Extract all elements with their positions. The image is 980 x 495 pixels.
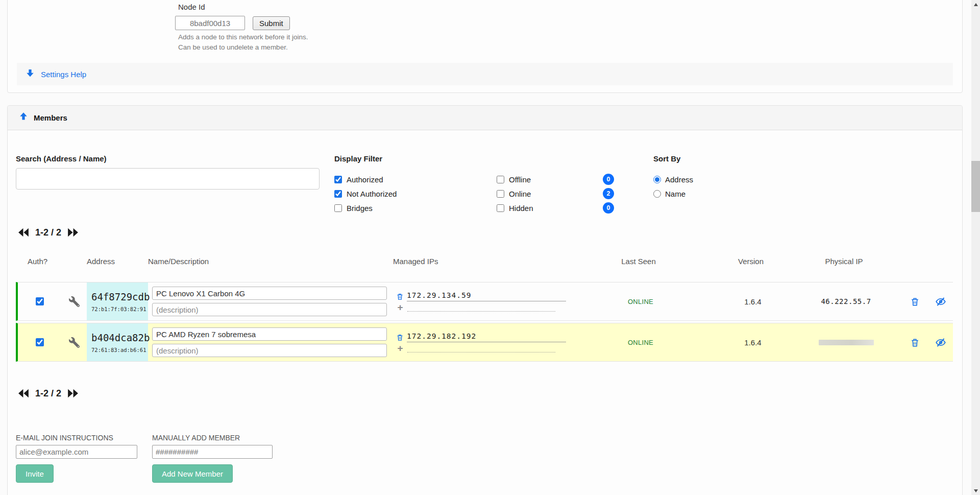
scrollbar-thumb[interactable]: [971, 161, 980, 212]
filter-not-authorized: Not Authorized: [334, 188, 397, 199]
members-title: Members: [34, 113, 67, 122]
member-address-cell[interactable]: b404dca82b 72:61:83:ad:b6:61: [87, 323, 148, 361]
sort-name-radio[interactable]: [653, 190, 661, 198]
member-description-input[interactable]: [152, 344, 387, 357]
member-name-input[interactable]: [152, 327, 387, 341]
last-seen-status: ONLINE: [567, 282, 715, 320]
bridges-checkbox[interactable]: [334, 204, 342, 212]
search-input[interactable]: [16, 168, 320, 190]
online-label: Online: [509, 190, 531, 198]
member-version: 1.6.4: [715, 323, 791, 361]
node-id-help-line2: Can be used to undelete a member.: [178, 43, 288, 51]
bridges-label: Bridges: [347, 204, 373, 213]
not-authorized-checkbox[interactable]: [334, 190, 342, 198]
online-checkbox[interactable]: [497, 190, 504, 198]
hidden-checkbox[interactable]: [497, 204, 504, 212]
col-managed-ips: Managed IPs: [391, 257, 565, 266]
email-join-label: E-MAIL JOIN INSTRUCTIONS: [16, 434, 113, 442]
col-name-description: Name/Description: [146, 257, 391, 266]
settings-help-toggle[interactable]: Settings Help: [17, 63, 953, 85]
new-ip-input[interactable]: [407, 345, 555, 352]
delete-member-icon[interactable]: [910, 337, 920, 348]
sort-address: Address: [653, 174, 693, 184]
filter-online: Online: [497, 188, 531, 199]
member-address: b404dca82b: [91, 332, 150, 343]
arrow-up-icon: [19, 112, 28, 124]
search-label: Search (Address / Name): [16, 154, 107, 163]
member-version: 1.6.4: [715, 282, 791, 320]
sort-name-label: Name: [665, 190, 685, 198]
add-ip-icon[interactable]: +: [396, 344, 404, 352]
member-mac: 72:61:83:ad:b6:61: [91, 347, 146, 353]
members-card: Members Search (Address / Name) Display …: [7, 105, 963, 495]
filter-hidden: Hidden: [497, 202, 533, 214]
arrow-down-icon: [26, 68, 35, 80]
display-filter-label: Display Filter: [334, 154, 382, 163]
scrollbar: [971, 0, 980, 495]
col-version: Version: [713, 257, 789, 266]
auth-checkbox[interactable]: [36, 297, 44, 305]
submit-button[interactable]: Submit: [253, 16, 290, 30]
page-forward-icon[interactable]: [66, 227, 79, 238]
col-auth: Auth?: [16, 257, 59, 266]
member-address-cell[interactable]: 64f8729cdb 72:b1:7f:03:82:91: [87, 282, 148, 320]
manual-add-input[interactable]: [152, 445, 273, 459]
delete-member-icon[interactable]: [910, 296, 920, 307]
scroll-up-icon[interactable]: [971, 0, 980, 9]
network-settings-card: Node Id Submit Adds a node to this netwo…: [7, 0, 963, 93]
members-table-header: Auth? Address Name/Description Managed I…: [16, 257, 953, 266]
invite-button[interactable]: Invite: [16, 464, 54, 483]
auth-checkbox[interactable]: [36, 338, 44, 346]
offline-label: Offline: [509, 175, 531, 184]
wrench-icon[interactable]: [61, 323, 87, 361]
members-section-toggle[interactable]: Members: [8, 106, 962, 130]
member-name-input[interactable]: [152, 287, 387, 300]
col-address: Address: [85, 257, 146, 266]
not-authorized-label: Not Authorized: [347, 190, 397, 198]
managed-ip: 172.29.182.192: [407, 332, 566, 342]
offline-checkbox[interactable]: [497, 176, 504, 183]
hidden-label: Hidden: [509, 204, 533, 213]
add-new-member-button[interactable]: Add New Member: [152, 464, 233, 483]
member-description-input[interactable]: [152, 303, 387, 316]
physical-ip: 46.222.55.7: [791, 282, 901, 320]
node-id-help-line1: Adds a node to this network before it jo…: [178, 33, 308, 41]
hidden-count-badge: 0: [603, 202, 614, 214]
hide-member-eye-slash-icon[interactable]: [935, 337, 946, 348]
authorized-checkbox[interactable]: [334, 176, 342, 183]
sort-name: Name: [653, 188, 685, 199]
col-physical-ip: Physical IP: [789, 257, 899, 266]
member-row: b404dca82b 72:61:83:ad:b6:61 172.29.182.…: [16, 323, 953, 362]
delete-ip-icon[interactable]: [396, 333, 404, 342]
add-ip-icon[interactable]: +: [396, 303, 404, 312]
sort-address-label: Address: [665, 175, 693, 184]
member-row: 64f8729cdb 72:b1:7f:03:82:91 172.29.134.…: [16, 282, 953, 321]
page-forward-icon[interactable]: [66, 388, 79, 399]
filter-offline: Offline: [497, 174, 531, 185]
delete-ip-icon[interactable]: [396, 292, 404, 301]
authorized-label: Authorized: [347, 175, 383, 184]
online-count-badge: 2: [603, 188, 614, 199]
managed-ip: 172.29.134.59: [407, 291, 566, 301]
node-id-input[interactable]: [175, 16, 245, 30]
member-mac: 72:b1:7f:03:82:91: [91, 306, 146, 312]
page-range: 1-2 / 2: [35, 227, 61, 238]
page-back-icon[interactable]: [17, 388, 30, 399]
scroll-down-icon[interactable]: [971, 486, 980, 495]
settings-help-label: Settings Help: [41, 70, 86, 79]
email-join-input[interactable]: [16, 445, 137, 459]
page-back-icon[interactable]: [17, 227, 30, 238]
filter-bridges: Bridges: [334, 202, 373, 214]
node-id-label: Node Id: [178, 3, 205, 11]
sort-address-radio[interactable]: [653, 176, 661, 183]
filter-authorized: Authorized: [334, 174, 383, 185]
hide-member-eye-slash-icon[interactable]: [935, 296, 946, 307]
new-ip-input[interactable]: [407, 304, 555, 312]
last-seen-status: ONLINE: [567, 323, 715, 361]
manual-add-label: MANUALLY ADD MEMBER: [152, 434, 240, 442]
wrench-icon[interactable]: [61, 282, 87, 320]
pagination-top: 1-2 / 2: [17, 227, 79, 238]
pagination-bottom: 1-2 / 2: [17, 388, 79, 399]
member-address: 64f8729cdb: [91, 291, 150, 302]
offline-count-badge: 0: [603, 174, 614, 185]
